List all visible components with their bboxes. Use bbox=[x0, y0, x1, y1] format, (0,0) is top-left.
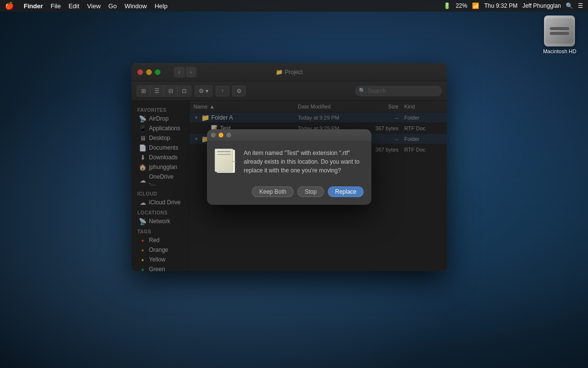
clock: Thu 9:32 PM bbox=[484, 2, 517, 9]
conflict-dialog: → An item named "Test" with extension ".… bbox=[207, 129, 371, 205]
file-icon-front bbox=[215, 149, 233, 172]
wifi-icon: 📶 bbox=[472, 2, 479, 9]
hd-icon-label: Macintosh HD bbox=[543, 48, 576, 54]
finder-body: Favorites 📡 AirDrop 📱 Applications 🖥 Des… bbox=[132, 101, 447, 271]
dialog-message: An item named "Test" with extension ".rt… bbox=[244, 149, 364, 175]
dialog-buttons: Keep Both Stop Replace bbox=[207, 183, 371, 205]
menu-window[interactable]: Window bbox=[124, 2, 147, 10]
dialog-file-icon: → bbox=[215, 149, 238, 174]
battery-icon: 🔋 bbox=[443, 2, 451, 9]
dialog-content: → An item named "Test" with extension ".… bbox=[207, 141, 371, 183]
macintosh-hd-icon[interactable]: Macintosh HD bbox=[543, 15, 576, 54]
menu-edit[interactable]: Edit bbox=[69, 2, 79, 10]
hd-icon-inner bbox=[545, 18, 573, 44]
keep-both-button[interactable]: Keep Both bbox=[252, 186, 294, 197]
dialog-min-btn[interactable] bbox=[219, 133, 223, 138]
menu-help[interactable]: Help bbox=[155, 2, 168, 10]
menu-view[interactable]: View bbox=[87, 2, 101, 10]
apple-menu[interactable]: 🍎 bbox=[5, 1, 14, 10]
user-name[interactable]: Jeff Phungglan bbox=[522, 2, 561, 9]
battery-percent: 22% bbox=[456, 2, 467, 9]
control-center-icon[interactable]: ☰ bbox=[578, 2, 583, 9]
finder-window: ‹ › 📁 Project ⊞ ☰ ⊟ ⊡ ⚙ ▾ ↑ ⚙ 🔍 Favorite… bbox=[132, 63, 447, 271]
dialog-overlay: → An item named "Test" with extension ".… bbox=[190, 101, 447, 271]
menu-file[interactable]: File bbox=[51, 2, 61, 10]
hd-icon-graphic bbox=[544, 15, 575, 46]
stop-button[interactable]: Stop bbox=[297, 186, 324, 197]
app-name[interactable]: Finder bbox=[24, 2, 43, 10]
dialog-max-btn[interactable] bbox=[226, 133, 231, 138]
replace-button[interactable]: Replace bbox=[328, 186, 364, 197]
search-icon[interactable]: 🔍 bbox=[566, 2, 573, 9]
menubar: 🍎 Finder File Edit View Go Window Help 🔋… bbox=[0, 0, 588, 12]
dialog-close-btn[interactable] bbox=[211, 133, 216, 138]
dialog-message-area: An item named "Test" with extension ".rt… bbox=[244, 149, 364, 175]
dialog-title-bar bbox=[207, 129, 371, 141]
menu-go[interactable]: Go bbox=[108, 2, 117, 10]
move-arrow-icon: → bbox=[231, 157, 238, 165]
file-list: Name ▲ Date Modified Size Kind ▼ 📁 Folde… bbox=[190, 101, 447, 271]
